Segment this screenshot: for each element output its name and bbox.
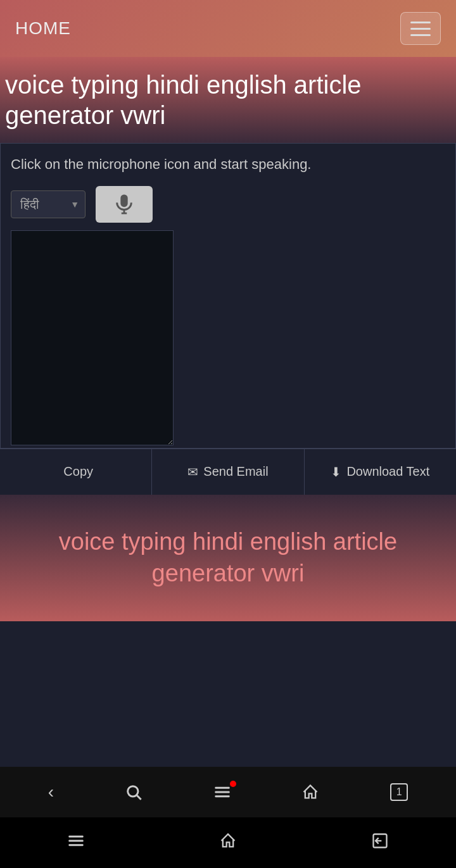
- header-section: voice typing hindi english article gener…: [0, 57, 456, 143]
- svg-rect-5: [68, 835, 83, 837]
- language-select-wrapper[interactable]: हिंदी English: [11, 190, 86, 218]
- copy-label: Copy: [63, 464, 93, 479]
- main-area: Click on the microphone icon and start s…: [0, 143, 456, 767]
- svg-line-1: [137, 795, 141, 799]
- svg-rect-6: [68, 840, 83, 841]
- menu-button[interactable]: [213, 783, 231, 801]
- copy-button[interactable]: Copy: [0, 449, 152, 495]
- send-email-button[interactable]: ✉ Send Email: [152, 449, 304, 495]
- search-button[interactable]: [125, 783, 142, 801]
- tabs-count-badge: 1: [390, 783, 408, 801]
- action-buttons-row: Copy ✉ Send Email ⬇ Download Text: [0, 449, 456, 495]
- download-icon: ⬇: [331, 464, 341, 480]
- navbar: HOME: [0, 0, 456, 57]
- menu-line-3: [410, 34, 431, 36]
- back-button[interactable]: ‹: [48, 782, 54, 802]
- microphone-button[interactable]: [96, 186, 153, 223]
- menu-line-2: [410, 28, 431, 30]
- footer-promo: voice typing hindi english article gener…: [0, 495, 456, 621]
- svg-point-0: [128, 786, 138, 797]
- svg-rect-7: [68, 844, 83, 846]
- tabs-count: 1: [396, 786, 402, 798]
- email-icon: ✉: [187, 464, 198, 480]
- notification-badge: [230, 781, 236, 787]
- send-email-label: Send Email: [203, 464, 268, 479]
- android-nav-bottom: [0, 817, 456, 868]
- page-title: voice typing hindi english article gener…: [5, 70, 450, 130]
- bottom-back-button[interactable]: [371, 832, 389, 854]
- voice-controls: हिंदी English: [11, 186, 445, 223]
- voice-typing-card: Click on the microphone icon and start s…: [0, 143, 456, 449]
- svg-rect-3: [215, 791, 229, 793]
- svg-rect-2: [215, 787, 229, 789]
- language-select[interactable]: हिंदी English: [11, 190, 86, 218]
- navbar-home-label: HOME: [15, 18, 71, 39]
- download-text-button[interactable]: ⬇ Download Text: [305, 449, 456, 495]
- android-nav-top: ‹ 1: [0, 767, 456, 817]
- menu-line-1: [410, 22, 431, 23]
- home-button[interactable]: [301, 783, 319, 801]
- bottom-home-button[interactable]: [219, 832, 237, 854]
- footer-promo-text: voice typing hindi english article gener…: [13, 526, 443, 589]
- bottom-menu-button[interactable]: [67, 832, 85, 854]
- microphone-icon: [113, 194, 135, 215]
- tabs-button[interactable]: 1: [390, 783, 408, 801]
- download-text-label: Download Text: [346, 464, 429, 479]
- svg-rect-4: [215, 795, 229, 797]
- transcript-textarea[interactable]: [11, 230, 174, 445]
- instruction-text: Click on the microphone icon and start s…: [11, 155, 445, 175]
- navbar-menu-button[interactable]: [400, 12, 441, 45]
